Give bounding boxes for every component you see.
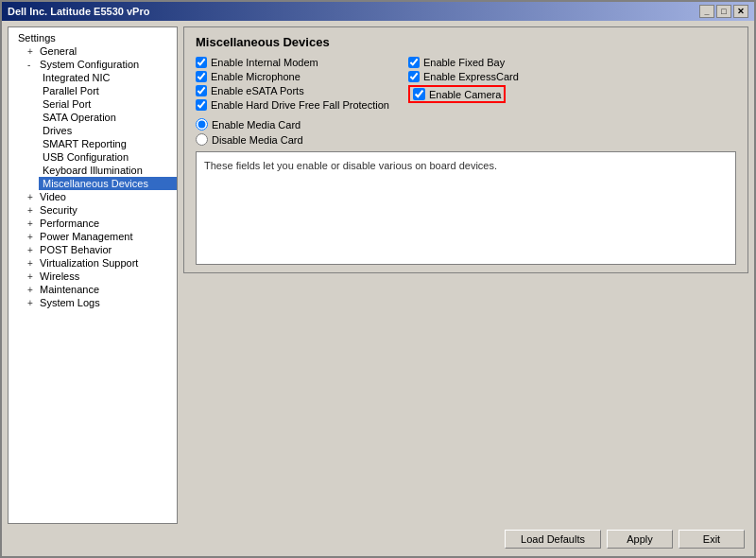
sidebar-item-smart-reporting[interactable]: SMART Reporting [39,137,177,150]
sidebar-item-performance[interactable]: + Performance [14,217,177,230]
checkbox-label-hdd-freefall: Enable Hard Drive Free Fall Protection [211,99,389,111]
expand-icon-virtualization-support: + [27,258,37,269]
sidebar-item-video[interactable]: + Video [14,190,177,203]
apply-button[interactable]: Apply [607,530,673,549]
sidebar-item-virtualization-support[interactable]: + Virtualization Support [14,256,177,270]
checkbox-row-esata: Enable eSATA Ports [196,85,389,96]
expand-icon-general: + [27,46,37,57]
checkbox-label-internal-modem: Enable Internal Modem [211,57,318,68]
checkbox-camera[interactable] [413,88,425,100]
checkboxes-container: Enable Internal Modem Enable Microphone … [196,57,736,111]
checkbox-label-esata: Enable eSATA Ports [211,85,304,96]
sidebar-item-post-behavior[interactable]: + POST Behavior [14,243,177,256]
sidebar-item-general[interactable]: + General [14,44,177,58]
expand-icon-security: + [27,205,37,216]
sidebar-item-system-logs[interactable]: + System Logs [14,296,177,309]
checkboxes-right: Enable Fixed Bay Enable ExpressCard Enab… [408,57,519,111]
radio-row-disable-media-card: Disable Media Card [196,133,736,146]
checkbox-label-microphone: Enable Microphone [211,71,301,82]
maximize-button[interactable]: □ [716,5,731,18]
section-title: Miscellaneous Devices [196,35,736,49]
checkbox-row-fixed-bay: Enable Fixed Bay [408,57,519,68]
checkbox-row-camera-highlighted: Enable Camera [408,85,506,103]
sidebar-item-security[interactable]: + Security [14,203,177,217]
title-bar: Dell Inc. Latitude E5530 vPro _ □ ✕ [2,2,754,21]
radio-group-media-card: Enable Media Card Disable Media Card [196,118,736,146]
window-body: Settings + General - System Configuratio… [2,21,754,556]
checkbox-label-expresscard: Enable ExpressCard [423,71,519,82]
expand-icon-performance: + [27,218,37,229]
sidebar-item-parallel-port[interactable]: Parallel Port [39,84,177,97]
checkbox-hdd-freefall[interactable] [196,99,207,111]
main-area: Settings + General - System Configuratio… [8,26,748,524]
content-area: Miscellaneous Devices Enable Internal Mo… [183,26,748,524]
expand-icon-post-behavior: + [27,245,37,255]
sidebar: Settings + General - System Configuratio… [8,26,178,524]
checkbox-row-hdd-freefall: Enable Hard Drive Free Fall Protection [196,99,389,111]
checkboxes-left: Enable Internal Modem Enable Microphone … [196,57,389,111]
checkbox-label-fixed-bay: Enable Fixed Bay [423,57,505,68]
close-button[interactable]: ✕ [733,5,748,18]
checkbox-row-expresscard: Enable ExpressCard [408,71,519,82]
radio-enable-media-card[interactable] [196,118,208,131]
sidebar-item-integrated-nic[interactable]: Integrated NIC [39,71,177,84]
checkbox-esata[interactable] [196,85,207,96]
sidebar-item-misc-devices[interactable]: Miscellaneous Devices [39,177,177,190]
expand-icon-power-management: + [27,232,37,242]
sidebar-item-system-config[interactable]: - System Configuration [14,58,177,71]
expand-icon-video: + [27,192,37,202]
sidebar-item-wireless[interactable]: + Wireless [14,270,177,283]
radio-label-enable-media-card: Enable Media Card [212,119,301,131]
load-defaults-button[interactable]: Load Defaults [505,530,601,549]
expand-icon-system-config: - [27,60,37,70]
sidebar-root: Settings + General - System Configuratio… [9,31,177,309]
checkbox-microphone[interactable] [196,71,207,82]
sidebar-item-settings: Settings [14,31,177,44]
radio-disable-media-card[interactable] [196,133,208,146]
exit-button[interactable]: Exit [679,530,745,549]
expand-icon-wireless: + [27,271,37,282]
sidebar-item-maintenance[interactable]: + Maintenance [14,283,177,296]
description-text: These fields let you enable or disable v… [204,160,497,171]
checkbox-label-camera: Enable Camera [429,89,501,100]
bottom-bar: Load Defaults Apply Exit [8,524,748,550]
content-panel: Miscellaneous Devices Enable Internal Mo… [183,26,748,273]
radio-label-disable-media-card: Disable Media Card [212,134,303,146]
sidebar-item-serial-port[interactable]: Serial Port [39,97,177,111]
sidebar-item-usb-config[interactable]: USB Configuration [39,150,177,164]
title-bar-buttons: _ □ ✕ [699,5,748,18]
checkbox-row-internal-modem: Enable Internal Modem [196,57,389,68]
main-window: Dell Inc. Latitude E5530 vPro _ □ ✕ Sett… [0,0,756,558]
checkbox-expresscard[interactable] [408,71,420,82]
expand-icon-system-logs: + [27,298,37,308]
system-config-children: Integrated NIC Parallel Port Serial Port… [14,71,177,190]
sidebar-item-drives[interactable]: Drives [39,124,177,137]
sidebar-item-sata-operation[interactable]: SATA Operation [39,111,177,124]
sidebar-item-power-management[interactable]: + Power Management [14,230,177,243]
checkbox-row-microphone: Enable Microphone [196,71,389,82]
window-title: Dell Inc. Latitude E5530 vPro [8,6,149,17]
checkbox-fixed-bay[interactable] [408,57,420,68]
sidebar-item-keyboard-illumination[interactable]: Keyboard Illumination [39,164,177,177]
checkbox-internal-modem[interactable] [196,57,207,68]
description-box: These fields let you enable or disable v… [196,151,736,265]
radio-row-enable-media-card: Enable Media Card [196,118,736,131]
expand-icon-maintenance: + [27,285,37,295]
minimize-button[interactable]: _ [699,5,714,18]
